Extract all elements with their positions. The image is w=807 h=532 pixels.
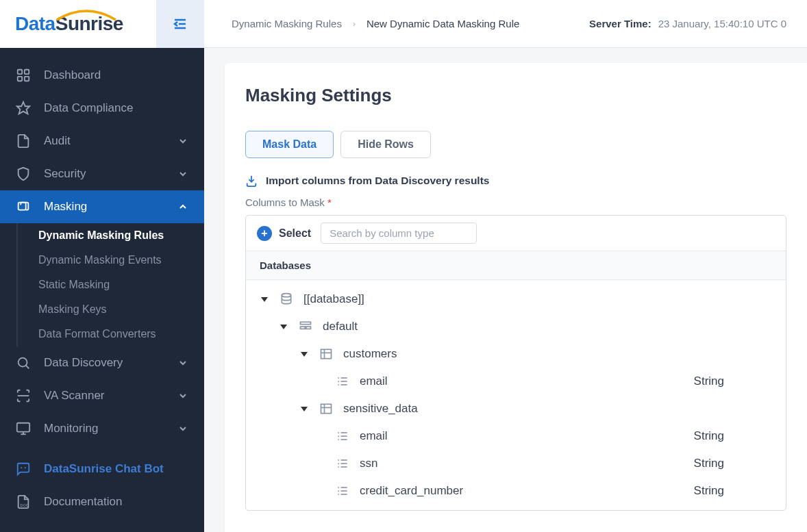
column-icon (335, 456, 350, 471)
table-icon (319, 401, 334, 416)
svg-rect-4 (25, 70, 29, 74)
shield-icon (15, 166, 32, 182)
sidebar-item-data-discovery[interactable]: Data Discovery (0, 346, 204, 379)
column-icon (335, 374, 350, 389)
svg-marker-19 (261, 297, 268, 302)
tree-label: credit_card_number (360, 484, 694, 498)
tree-node-database[interactable]: [[database]] (246, 286, 786, 313)
server-time-value: 23 January, 15:40:10 UTC 0 (658, 18, 786, 29)
select-button[interactable]: + Select (257, 226, 311, 241)
search-column-type-input[interactable] (321, 223, 477, 244)
tab-mask-data[interactable]: Mask Data (245, 131, 334, 158)
tree-toggle-icon[interactable] (260, 294, 269, 304)
tree-node-column[interactable]: ssn String (246, 450, 786, 477)
svg-rect-8 (18, 203, 26, 210)
schema-icon (298, 319, 313, 334)
db-tree: [[database]] default customers (246, 280, 786, 510)
collapse-sidebar-button[interactable] (156, 0, 204, 48)
svg-line-10 (26, 366, 29, 369)
breadcrumb-parent[interactable]: Dynamic Masking Rules (232, 18, 342, 29)
chevron-down-icon (177, 168, 189, 180)
column-selector: + Select Databases [[database]] (245, 215, 786, 511)
tree-toggle-icon[interactable] (299, 349, 309, 359)
subnav-item-static-masking[interactable]: Static Masking (18, 273, 204, 297)
sidebar-item-va-scanner[interactable]: VA Scanner (0, 379, 204, 412)
collapse-icon (172, 16, 188, 32)
panel-title: Masking Settings (245, 85, 786, 106)
sidebar-item-dashboard[interactable]: Dashboard (0, 59, 204, 92)
star-icon (15, 100, 32, 116)
sidebar-item-documentation[interactable]: DOC Documentation (0, 485, 204, 518)
sidebar-item-security[interactable]: Security (0, 157, 204, 190)
svg-rect-3 (18, 70, 22, 74)
column-icon (335, 429, 350, 444)
tree-label: [[database]] (303, 292, 786, 306)
svg-marker-25 (301, 352, 308, 357)
sidebar-item-label: Data Discovery (44, 356, 177, 370)
tree-label: email (360, 375, 694, 388)
sidebar-item-label: VA Scanner (44, 389, 177, 403)
download-icon (245, 175, 258, 187)
nav-bottom: DataSunrise Chat Bot DOC Documentation (0, 453, 204, 532)
chat-icon (15, 461, 32, 477)
tree-column-type: String (694, 375, 786, 388)
logo-part1: Data (15, 13, 55, 34)
svg-text:DOC: DOC (20, 503, 28, 507)
sidebar: DataSunrise Dashboard Data Compliance Au… (0, 0, 204, 532)
monitor-icon (15, 420, 32, 437)
chevron-down-icon (177, 390, 189, 402)
plus-icon: + (257, 226, 272, 241)
tab-hide-rows[interactable]: Hide Rows (340, 131, 431, 158)
subnav-item-data-format-converters[interactable]: Data Format Converters (18, 322, 204, 346)
chevron-up-icon (177, 201, 189, 213)
sidebar-item-chatbot[interactable]: DataSunrise Chat Bot (0, 453, 204, 485)
svg-point-9 (18, 358, 27, 367)
tree-node-table[interactable]: customers (246, 340, 786, 368)
server-time: Server Time: 23 January, 15:40:10 UTC 0 (589, 18, 786, 29)
server-time-label: Server Time: (589, 18, 651, 29)
svg-rect-6 (25, 77, 29, 81)
chevron-down-icon (177, 422, 189, 435)
nav: Dashboard Data Compliance Audit Security… (0, 48, 204, 453)
sidebar-item-monitoring[interactable]: Monitoring (0, 412, 204, 445)
svg-rect-23 (301, 327, 306, 329)
search-icon (15, 355, 32, 371)
tree-label: sensitive_data (343, 402, 786, 416)
breadcrumb: Dynamic Masking Rules › New Dynamic Data… (232, 18, 519, 29)
subnav-item-dynamic-masking-events[interactable]: Dynamic Masking Events (18, 248, 204, 273)
tree-node-schema[interactable]: default (246, 313, 786, 340)
sidebar-item-label: Data Compliance (44, 101, 189, 115)
tree-node-table[interactable]: sensitive_data (246, 395, 786, 422)
svg-rect-24 (306, 327, 311, 329)
svg-rect-12 (17, 423, 29, 432)
chevron-down-icon (177, 135, 189, 147)
sidebar-item-masking[interactable]: Masking (0, 190, 204, 223)
sidebar-item-label: Monitoring (44, 422, 177, 435)
sidebar-item-label: Masking (44, 200, 177, 214)
select-button-label: Select (279, 227, 311, 240)
logo-arc-icon (55, 8, 117, 21)
tree-column-type: String (694, 457, 786, 470)
breadcrumb-current: New Dynamic Data Masking Rule (367, 18, 519, 29)
subnav-item-dynamic-masking-rules[interactable]: Dynamic Masking Rules (18, 223, 204, 248)
tree-label: customers (343, 347, 786, 361)
sidebar-item-label: DataSunrise Chat Bot (44, 462, 189, 476)
logo: DataSunrise (15, 13, 123, 35)
subnav-item-masking-keys[interactable]: Masking Keys (18, 297, 204, 322)
databases-header: Databases (246, 251, 786, 280)
sidebar-item-label: Audit (44, 134, 177, 148)
column-icon (335, 483, 350, 498)
svg-marker-35 (301, 407, 308, 411)
sidebar-item-audit[interactable]: Audit (0, 125, 204, 157)
dashboard-icon (15, 67, 32, 84)
sidebar-item-data-compliance[interactable]: Data Compliance (0, 92, 204, 125)
main: Dynamic Masking Rules › New Dynamic Data… (204, 0, 807, 532)
tree-node-column[interactable]: email String (246, 422, 786, 450)
chevron-right-icon: › (353, 19, 356, 29)
tree-node-column[interactable]: email String (246, 368, 786, 395)
scan-icon (15, 388, 32, 404)
tree-node-column[interactable]: credit_card_number String (246, 477, 786, 505)
tree-toggle-icon[interactable] (279, 322, 288, 331)
import-columns-link[interactable]: Import columns from Data Discovery resul… (245, 175, 786, 187)
tree-toggle-icon[interactable] (299, 404, 309, 414)
